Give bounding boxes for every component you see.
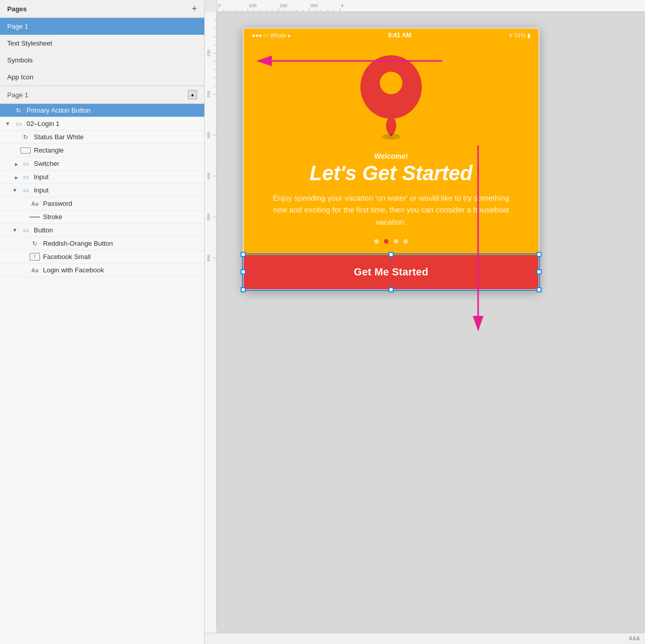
svg-text:4: 4 — [341, 3, 343, 8]
layer-name-input-collapsed: Input — [34, 173, 199, 181]
layer-name-primary-action-button: Primary Action Button — [27, 106, 199, 114]
layer-name-button: Button — [34, 226, 199, 234]
facebook-icon: f — [30, 253, 40, 261]
arrow-closed-icon: ▼ — [13, 160, 19, 167]
svg-text:300: 300 — [310, 3, 318, 8]
folder-icon: ▭ — [13, 120, 24, 127]
body-text: Enjoy spending your vacation 'on water' … — [264, 192, 518, 228]
svg-text:0: 0 — [218, 3, 221, 8]
layer-name-stroke: Stroke — [43, 213, 199, 221]
layer-tree: ▶ ↻ Primary Action Button ▼ ▭ 02–Login 1… — [0, 104, 204, 644]
layer-item-input-expanded[interactable]: ▼ ▭ Input — [0, 184, 204, 197]
page-item-app-icon[interactable]: App Icon — [0, 69, 204, 85]
layer-item-facebook-small[interactable]: ▶ f Facebook Small — [0, 250, 204, 264]
svg-text:200: 200 — [206, 91, 211, 98]
layer-item-status-bar-white[interactable]: ▶ ↻ Status Bar White — [0, 131, 204, 144]
headline: Let's Get Started — [310, 162, 472, 184]
layer-item-rectangle[interactable]: ▶ Rectangle — [0, 144, 204, 157]
page-item-text-stylesheet[interactable]: Text Stylesheet — [0, 35, 204, 52]
svg-text:100: 100 — [249, 3, 256, 8]
layer-item-02-login-1[interactable]: ▼ ▭ 02–Login 1 — [0, 117, 204, 131]
canvas-with-ruler: 0 100 200 300 400 500 600 — [205, 12, 645, 633]
layer-name-02-login-1: 02–Login 1 — [27, 120, 199, 127]
arrow-closed-icon-2: ▼ — [13, 174, 19, 181]
ruler-top: 0 100 200 300 4 — [217, 0, 645, 12]
ruler-corner — [205, 0, 217, 12]
layer-item-reddish-orange-button[interactable]: ▶ ↻ Reddish-Orange Button — [0, 237, 204, 250]
layer-item-switcher[interactable]: ▼ ▭ Switcher — [0, 157, 204, 170]
folder-icon-5: ▭ — [20, 227, 31, 234]
dot-4 — [403, 239, 408, 244]
cta-button-container: Get Me Started — [244, 255, 539, 289]
ruler-top-container: 0 100 200 300 4 — [205, 0, 645, 12]
symbol-icon-2: ↻ — [20, 134, 31, 141]
svg-text:400: 400 — [206, 173, 211, 180]
status-bar: ●●●○○ Whale ▸ 9:41 AM ✳ 51% ▮ — [244, 29, 539, 42]
ruler-left: 0 100 200 300 400 500 600 — [205, 12, 217, 633]
svg-text:100: 100 — [206, 50, 211, 57]
left-panel: Pages + Page 1 Text Stylesheet Symbols A… — [0, 0, 205, 644]
rect-icon — [20, 147, 31, 154]
page-item-page1[interactable]: Page 1 — [0, 18, 204, 35]
welcome-text: Welcome! — [374, 152, 408, 160]
arrow-open-icon-3: ▼ — [12, 227, 19, 233]
text-icon-2: Aa — [30, 267, 40, 273]
pagination-dots — [374, 239, 408, 244]
dot-2-active — [384, 239, 389, 244]
status-center: 9:41 AM — [388, 32, 412, 39]
page-item-symbols[interactable]: Symbols — [0, 52, 204, 69]
layer-name-status-bar-white: Status Bar White — [34, 133, 199, 141]
map-pin-svg — [353, 52, 429, 142]
phone-body: Welcome! Let's Get Started Enjoy spendin… — [244, 42, 539, 255]
status-left: ●●●○○ Whale ▸ — [252, 32, 291, 39]
ruler-left-svg: 0 100 200 300 400 500 600 — [205, 12, 217, 627]
layer-name-password: Password — [43, 200, 199, 207]
map-pin-container — [353, 52, 429, 142]
pages-header: Pages + — [0, 0, 204, 18]
status-right: ✳ 51% ▮ — [508, 32, 530, 39]
layer-name-input-expanded: Input — [34, 186, 199, 194]
line-icon — [30, 217, 40, 218]
svg-text:500: 500 — [206, 213, 211, 221]
svg-point-51 — [382, 134, 400, 140]
layer-name-switcher: Switcher — [34, 160, 199, 167]
ruler-top-svg: 0 100 200 300 4 — [217, 0, 645, 12]
layer-item-button[interactable]: ▼ ▭ Button — [0, 224, 204, 237]
phone-frame: ●●●○○ Whale ▸ 9:41 AM ✳ 51% ▮ — [243, 28, 540, 290]
arrow-open-icon: ▼ — [5, 121, 12, 126]
text-icon: Aa — [30, 201, 40, 207]
symbol-icon-3: ↻ — [30, 240, 40, 247]
svg-text:300: 300 — [206, 132, 211, 139]
svg-text:200: 200 — [280, 3, 287, 8]
folder-icon-3: ▭ — [20, 174, 31, 181]
dot-1 — [374, 239, 379, 244]
layers-header: Page 1 ▲ — [0, 86, 204, 104]
layer-item-login-with-facebook[interactable]: ▶ Aa Login with Facebook — [0, 264, 204, 277]
arrow-open-icon-2: ▼ — [12, 187, 19, 193]
svg-text:600: 600 — [206, 254, 211, 262]
layer-name-rectangle: Rectangle — [34, 146, 199, 154]
layer-item-password[interactable]: ▶ Aa Password — [0, 197, 204, 210]
dot-3 — [394, 239, 398, 244]
pages-title: Pages — [7, 5, 27, 13]
right-panel: 0 100 200 300 4 — [205, 0, 645, 644]
layer-name-login-with-facebook: Login with Facebook — [43, 266, 199, 274]
layer-name-facebook-small: Facebook Small — [43, 253, 199, 261]
layers-section: Page 1 ▲ ▶ ↻ Primary Action Button ▼ ▭ 0… — [0, 86, 204, 644]
layer-name-reddish-orange-button: Reddish-Orange Button — [43, 240, 199, 247]
canvas[interactable]: ●●●○○ Whale ▸ 9:41 AM ✳ 51% ▮ — [217, 12, 645, 633]
layer-item-input-collapsed[interactable]: ▼ ▭ Input — [0, 170, 204, 184]
layer-item-stroke[interactable]: ▶ Stroke — [0, 210, 204, 224]
page-list: Page 1 Text Stylesheet Symbols App Icon — [0, 18, 204, 86]
bottom-bar: AAA — [205, 633, 645, 644]
layers-collapse-button[interactable]: ▲ — [188, 90, 197, 99]
cta-button[interactable]: Get Me Started — [244, 255, 539, 289]
folder-icon-4: ▭ — [20, 187, 31, 194]
layers-title: Page 1 — [7, 91, 28, 99]
bottom-bar-label: AAA — [629, 636, 640, 641]
folder-icon-2: ▭ — [20, 160, 31, 167]
layer-item-primary-action-button[interactable]: ▶ ↻ Primary Action Button — [0, 104, 204, 117]
add-page-button[interactable]: + — [191, 4, 197, 13]
symbol-icon: ↻ — [13, 107, 24, 114]
svg-point-50 — [380, 72, 402, 94]
